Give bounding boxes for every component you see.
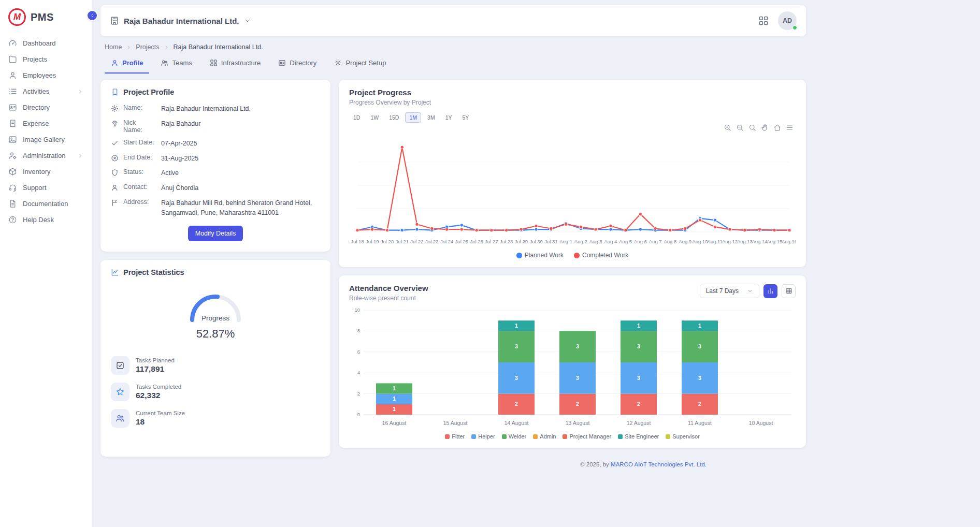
svg-text:Aug 10: Aug 10 [692, 239, 708, 244]
table-view-toggle-button[interactable] [782, 284, 796, 298]
pan-icon[interactable] [761, 124, 769, 131]
chevron-right-icon [77, 89, 83, 95]
sidebar-item-documentation[interactable]: Documentation [0, 196, 92, 212]
sidebar-item-projects[interactable]: Projects [0, 51, 92, 67]
legend-item[interactable]: Site Engineer [618, 433, 659, 440]
card-title: Project Profile [123, 88, 174, 96]
top-header: Raja Bahadur International Ltd. AD [100, 5, 806, 36]
selection-zoom-icon[interactable] [748, 124, 756, 131]
sidebar-item-directory[interactable]: Directory [0, 99, 92, 115]
legend-item[interactable]: Project Manager [563, 433, 611, 440]
sidebar-item-employees[interactable]: Employees [0, 67, 92, 83]
tab-teams[interactable]: Teams [154, 54, 198, 74]
range-3m[interactable]: 3M [423, 112, 439, 123]
svg-text:0: 0 [357, 412, 360, 417]
sidebar-item-label: Inventory [23, 168, 50, 175]
field-value: Raja Bahadur [161, 119, 200, 129]
company-selector[interactable]: Raja Bahadur International Ltd. [110, 16, 251, 25]
legend-item[interactable]: Planned Work [516, 252, 564, 259]
legend-item[interactable]: Completed Work [574, 252, 628, 259]
date-range-select[interactable]: Last 7 Days [700, 284, 759, 298]
card-title: Project Progress [349, 88, 796, 97]
range-5y[interactable]: 5Y [458, 112, 473, 123]
sidebar-item-label: Directory [23, 104, 50, 111]
footer-text: © 2025, by [580, 461, 611, 467]
modify-details-button[interactable]: Modify Details [188, 226, 243, 241]
range-selector: 1D 1W 15D 1M 3M 1Y 5Y [349, 112, 796, 123]
range-1w[interactable]: 1W [366, 112, 383, 123]
legend-item[interactable]: Supervisor [666, 433, 700, 440]
breadcrumb-projects[interactable]: Projects [136, 43, 159, 51]
shield-icon [111, 169, 119, 177]
home-reset-icon[interactable] [773, 124, 781, 131]
svg-text:3: 3 [576, 375, 579, 381]
chart-toolbar [349, 124, 796, 131]
zoom-in-icon[interactable] [724, 124, 731, 131]
app-logo[interactable]: M PMS [0, 4, 92, 35]
svg-text:10: 10 [354, 307, 360, 313]
stat-team-size: Current Team Size 18 [111, 409, 320, 428]
table-icon [785, 287, 792, 295]
sidebar-item-inventory[interactable]: Inventory [0, 164, 92, 180]
tab-project-setup[interactable]: Project Setup [328, 54, 392, 74]
sidebar-item-activities[interactable]: Activities [0, 83, 92, 99]
attendance-overview-card: Attendance Overview Role-wise present co… [339, 275, 806, 448]
gear-icon [111, 105, 119, 112]
avatar[interactable]: AD [778, 11, 797, 30]
sidebar-item-image-gallery[interactable]: Image Gallery [0, 131, 92, 148]
range-15d[interactable]: 15D [385, 112, 403, 123]
apps-grid-icon[interactable] [758, 16, 769, 26]
sidebar-item-label: Administration [23, 152, 65, 159]
svg-text:1: 1 [515, 323, 518, 329]
range-1m[interactable]: 1M [405, 112, 421, 123]
gauge-value: 52.87% [111, 327, 320, 341]
footer-company-link[interactable]: MARCO AIoT Technologies Pvt. Ltd. [611, 461, 707, 467]
range-1d[interactable]: 1D [349, 112, 364, 123]
legend-item[interactable]: Admin [533, 433, 556, 440]
legend-item[interactable]: Helper [471, 433, 495, 440]
sidebar-item-expense[interactable]: Expense [0, 115, 92, 131]
field-label: Contact: [123, 183, 156, 191]
profile-field-start-date: Start Date: 07-Apr-2025 [111, 139, 320, 149]
svg-text:Aug 15: Aug 15 [767, 239, 782, 244]
tab-infrastructure[interactable]: Infrastructure [204, 54, 267, 74]
bar-chart-legend: FitterHelperWelderAdminProject ManagerSi… [349, 433, 796, 440]
svg-text:2: 2 [357, 391, 360, 397]
sidebar-collapse-button[interactable] [88, 11, 97, 20]
svg-text:Jul 31: Jul 31 [544, 239, 557, 244]
legend-item[interactable]: Welder [502, 433, 527, 440]
profile-field-contact: Contact: Anuj Chordia [111, 183, 320, 193]
svg-text:10 August: 10 August [749, 420, 773, 426]
profile-field-address: Address: Raja Bahadur Mill Rd, behind Sh… [111, 198, 320, 218]
sidebar-item-help-desk[interactable]: Help Desk [0, 212, 92, 228]
range-1y[interactable]: 1Y [441, 112, 456, 123]
attendance-bar-chart: 024681011116 August15 August233114 Augus… [349, 306, 796, 430]
chevron-left-icon [90, 13, 95, 18]
sidebar-item-dashboard[interactable]: Dashboard [0, 35, 92, 51]
sidebar-item-administration[interactable]: Administration [0, 148, 92, 164]
person-icon [111, 184, 119, 192]
svg-text:1: 1 [637, 323, 640, 329]
svg-text:Aug 2: Aug 2 [574, 239, 587, 244]
legend-item[interactable]: Fitter [445, 433, 465, 440]
building-icon [110, 16, 119, 25]
svg-text:2: 2 [698, 401, 701, 407]
sidebar-item-support[interactable]: Support [0, 180, 92, 196]
tab-label: Project Setup [345, 59, 386, 67]
breadcrumb-home[interactable]: Home [105, 43, 122, 51]
help-circle-icon [8, 215, 17, 224]
card-subtitle: Role-wise present count [349, 295, 428, 302]
chart-menu-icon[interactable] [786, 124, 794, 131]
field-label: Nick Name: [123, 119, 156, 134]
bar-view-toggle-button[interactable] [763, 284, 777, 298]
zoom-out-icon[interactable] [736, 124, 744, 131]
svg-text:1: 1 [698, 323, 701, 329]
tab-directory[interactable]: Directory [272, 54, 323, 74]
svg-text:1: 1 [393, 406, 396, 412]
card-subtitle: Progress Overview by Project [349, 99, 796, 106]
tab-profile[interactable]: Profile [105, 54, 149, 74]
svg-text:Jul 28: Jul 28 [500, 239, 513, 244]
svg-text:Aug 3: Aug 3 [589, 239, 602, 244]
svg-text:3: 3 [637, 343, 640, 349]
sidebar-item-label: Expense [23, 120, 49, 127]
